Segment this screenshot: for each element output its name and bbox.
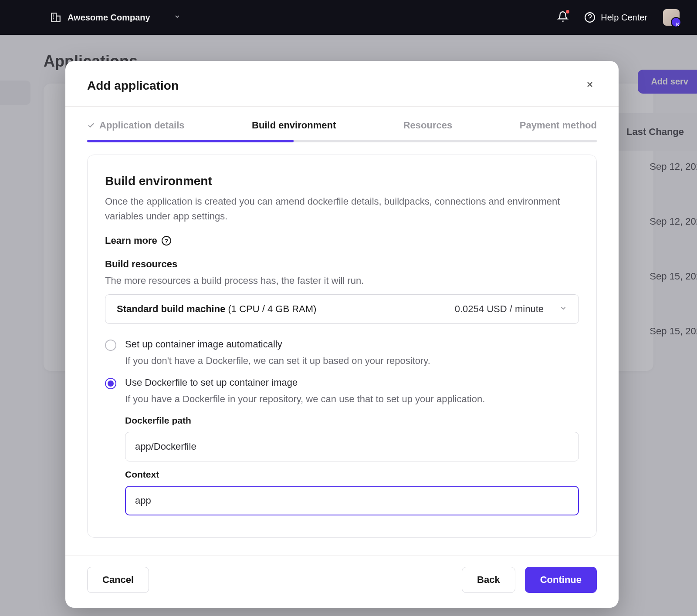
add-application-modal: Add application Application details Buil… [65,61,619,608]
build-resources-desc: The more resources a build process has, … [105,275,579,286]
build-machine-select[interactable]: Standard build machine (1 CPU / 4 GB RAM… [105,294,579,324]
modal-footer: Cancel Back Continue [65,555,619,608]
dockerfile-path-input[interactable] [125,432,579,461]
help-icon [584,12,595,23]
company-selector[interactable]: Awesome Company [50,12,181,23]
business-icon [50,12,61,23]
radio-dockerfile[interactable]: Use Dockerfile to set up container image [105,377,579,389]
check-icon [87,121,95,129]
step-resources[interactable]: Resources [403,120,453,131]
avatar[interactable]: K [663,9,680,26]
machine-price: 0.0254 USD / minute [455,303,544,315]
step-payment-method[interactable]: Payment method [520,120,597,131]
radio-dockerfile-label: Use Dockerfile to set up container image [125,377,298,388]
modal-header: Add application [65,61,619,107]
learn-more-link[interactable]: Learn more ? [105,235,171,246]
radio-auto-container[interactable]: Set up container image automatically [105,339,579,351]
help-center-link[interactable]: Help Center [584,12,647,23]
context-label: Context [125,469,579,480]
radio-dockerfile-help: If you have a Dockerfile in your reposit… [125,394,579,405]
radio-indicator [105,340,116,351]
continue-button[interactable]: Continue [525,567,597,593]
section-title: Build environment [105,174,579,188]
close-button[interactable] [583,77,597,94]
help-icon: ? [162,236,171,246]
section-description: Once the application is created you can … [105,194,579,224]
machine-spec: (1 CPU / 4 GB RAM) [228,303,317,314]
close-icon [585,80,594,89]
chevron-down-icon [559,303,567,315]
back-button[interactable]: Back [462,567,515,593]
radio-auto-help: If you don't have a Dockerfile, we can s… [125,355,579,367]
modal-title: Add application [87,79,179,93]
machine-name: Standard build machine [117,303,225,314]
topbar: Awesome Company Help Center K [0,0,697,35]
build-resources-label: Build resources [105,259,579,270]
cancel-button[interactable]: Cancel [87,567,149,593]
notifications-button[interactable] [557,11,568,24]
step-application-details[interactable]: Application details [87,120,185,131]
form-card: Build environment Once the application i… [87,155,597,538]
radio-auto-label: Set up container image automatically [125,339,282,350]
bell-icon [557,11,568,22]
avatar-badge: K [676,22,680,27]
stepper: Application details Build environment Re… [65,107,619,142]
radio-indicator [105,378,116,389]
chevron-down-icon [174,13,181,22]
dockerfile-path-label: Dockerfile path [125,415,579,426]
step-build-environment[interactable]: Build environment [252,120,336,131]
company-name: Awesome Company [68,13,150,23]
context-input[interactable] [125,486,579,515]
help-label: Help Center [601,13,647,23]
svg-rect-1 [56,16,60,22]
